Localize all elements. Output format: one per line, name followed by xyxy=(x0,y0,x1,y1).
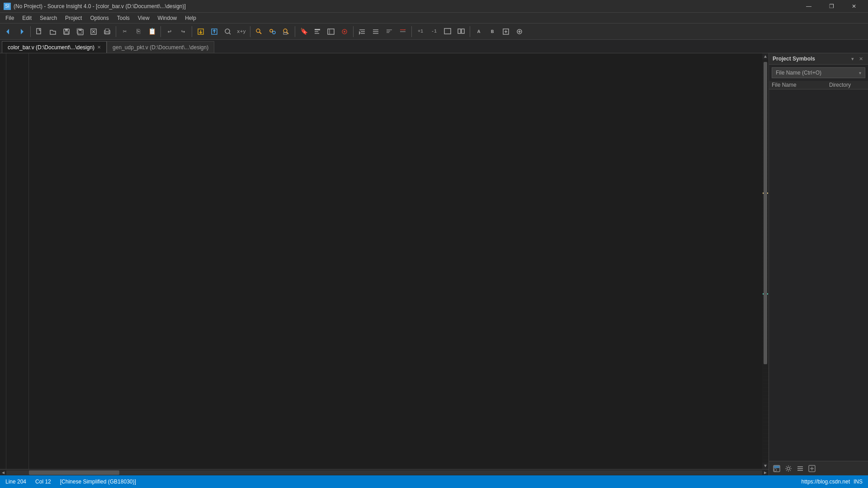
rp-list-button[interactable] xyxy=(795,464,805,474)
close-button[interactable]: ✕ xyxy=(844,0,864,13)
symbol-table-body[interactable] xyxy=(769,89,868,461)
scroll-left-button[interactable]: ◀ xyxy=(0,469,6,476)
svg-marker-1 xyxy=(21,29,24,34)
rp-config-button[interactable] xyxy=(807,464,817,474)
code-scroll: ▲ ▼ xyxy=(0,53,769,469)
menu-search[interactable]: Search xyxy=(36,14,61,22)
panel-title: Project Symbols xyxy=(773,56,815,62)
save-button[interactable] xyxy=(60,25,73,38)
scrollbar-h-thumb[interactable] xyxy=(29,470,119,475)
svg-point-21 xyxy=(256,29,260,33)
tab-label-gen-udp-pkt: gen_udp_pkt.v (D:\Document\...\design) xyxy=(113,44,208,51)
tab-label-color-bar: color_bar.v (D:\Document\...\design) xyxy=(8,44,94,51)
menu-project[interactable]: Project xyxy=(61,14,85,22)
relation-window-button[interactable] xyxy=(338,25,351,38)
plus1-button[interactable]: +1 xyxy=(414,25,427,38)
jump-to-def-button[interactable] xyxy=(194,25,207,38)
rp-add-button[interactable] xyxy=(772,464,782,474)
sep9 xyxy=(470,26,470,37)
paste-button[interactable]: 📋 xyxy=(146,25,158,38)
save-all-button[interactable] xyxy=(74,25,86,38)
status-url: https://blog.csdn.net xyxy=(802,479,850,485)
scrollbar-thumb[interactable] xyxy=(764,62,767,364)
scroll-down-button[interactable]: ▼ xyxy=(762,463,769,469)
tab-close-color-bar[interactable]: ✕ xyxy=(97,45,101,50)
bookmark-button[interactable]: 🔖 xyxy=(297,25,310,38)
new-button[interactable] xyxy=(33,25,46,38)
horizontal-scrollbar[interactable]: ◀ ▶ xyxy=(0,469,769,475)
more2-button[interactable] xyxy=(513,25,526,38)
outdent-button[interactable] xyxy=(369,25,382,38)
panel-close-button[interactable]: ✕ xyxy=(857,55,864,62)
redo-button[interactable]: ↪ xyxy=(177,25,189,38)
menu-file[interactable]: File xyxy=(2,14,18,22)
vertical-scrollbar[interactable]: ▲ ▼ xyxy=(762,53,769,469)
print-button[interactable] xyxy=(101,25,113,38)
sep3 xyxy=(160,26,161,37)
view-b-button[interactable]: B xyxy=(486,25,499,38)
project-window-button[interactable] xyxy=(325,25,337,38)
lookup-ref-button[interactable] xyxy=(222,25,234,38)
tab-color-bar[interactable]: color_bar.v (D:\Document\...\design) ✕ xyxy=(2,41,107,53)
code-content[interactable] xyxy=(29,53,762,469)
symbol-window-button[interactable] xyxy=(311,25,324,38)
scroll-up-button[interactable]: ▲ xyxy=(762,53,769,60)
close-file-button[interactable] xyxy=(87,25,100,38)
tab-gen-udp-pkt[interactable]: gen_udp_pkt.v (D:\Document\...\design) xyxy=(107,41,214,53)
line-gutter xyxy=(0,53,6,469)
status-left: Line 204 Col 12 [Chinese Simplified (GB1… xyxy=(5,479,136,485)
menu-help[interactable]: Help xyxy=(181,14,200,22)
delete-lines-button[interactable] xyxy=(396,25,409,38)
svg-point-35 xyxy=(344,31,345,33)
more1-button[interactable] xyxy=(500,25,512,38)
scroll-right-button[interactable]: ▶ xyxy=(762,469,769,476)
maximize-button[interactable]: ❐ xyxy=(821,0,842,13)
menu-window[interactable]: Window xyxy=(154,14,181,22)
cut-button[interactable]: ✂ xyxy=(118,25,131,38)
scrollbar-h-track[interactable] xyxy=(6,470,762,475)
forward-button[interactable] xyxy=(15,25,28,38)
menu-options[interactable]: Options xyxy=(86,14,112,22)
svg-rect-32 xyxy=(328,29,334,34)
search-button[interactable] xyxy=(253,25,265,38)
svg-marker-0 xyxy=(6,29,9,34)
indent-button[interactable] xyxy=(356,25,368,38)
search-replace-button[interactable] xyxy=(266,25,279,38)
minus1-button[interactable]: -1 xyxy=(428,25,440,38)
status-bar: Line 204 Col 12 [Chinese Simplified (GB1… xyxy=(0,475,868,488)
view-a-button[interactable]: A xyxy=(472,25,485,38)
copy-button[interactable]: ⎘ xyxy=(132,25,145,38)
open-button[interactable] xyxy=(47,25,59,38)
col-directory-header: Directory xyxy=(829,82,865,88)
undo-button[interactable]: ↩ xyxy=(163,25,176,38)
jump-back-button[interactable] xyxy=(208,25,221,38)
zoom-button[interactable] xyxy=(441,25,454,38)
search-files-button[interactable] xyxy=(280,25,292,38)
panel-dropdown-button[interactable]: ▾ xyxy=(849,55,856,62)
rp-settings-button[interactable] xyxy=(783,464,793,474)
sep2 xyxy=(116,26,116,37)
menu-edit[interactable]: Edit xyxy=(19,14,35,22)
svg-line-22 xyxy=(259,32,261,34)
right-panel-toolbar xyxy=(769,461,868,475)
svg-line-20 xyxy=(229,33,231,34)
minimize-button[interactable]: — xyxy=(798,0,819,13)
compare-button[interactable] xyxy=(455,25,467,38)
menu-bar: File Edit Search Project Options Tools V… xyxy=(0,13,868,23)
svg-point-60 xyxy=(787,467,790,470)
window-title: (No Project) - Source Insight 4.0 - [col… xyxy=(14,3,186,9)
svg-rect-31 xyxy=(315,33,319,34)
svg-rect-58 xyxy=(774,466,779,468)
status-ins: INS xyxy=(854,479,863,485)
back-button[interactable] xyxy=(2,25,14,38)
status-right: https://blog.csdn.net INS xyxy=(802,479,863,485)
file-name-dropdown[interactable]: File Name (Ctrl+O) ▾ xyxy=(772,67,865,78)
sort-button[interactable] xyxy=(383,25,396,38)
svg-rect-2 xyxy=(37,28,41,34)
menu-view[interactable]: View xyxy=(134,14,153,22)
xy-button[interactable]: x+y xyxy=(235,25,248,38)
svg-rect-4 xyxy=(65,29,68,31)
col-filename-header: File Name xyxy=(772,82,829,88)
window-controls: — ❐ ✕ xyxy=(798,0,864,13)
menu-tools[interactable]: Tools xyxy=(113,14,133,22)
